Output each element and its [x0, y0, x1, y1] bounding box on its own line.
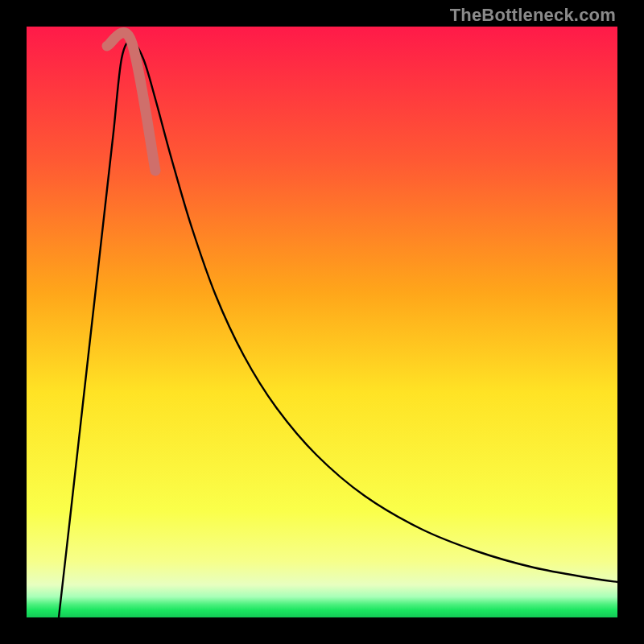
watermark-text: TheBottleneck.com [450, 5, 616, 26]
plot-area [27, 27, 617, 617]
curve-line [59, 41, 617, 617]
highlight-segment [107, 33, 155, 171]
bottleneck-curve [27, 27, 617, 617]
chart-frame: TheBottleneck.com [0, 0, 644, 644]
